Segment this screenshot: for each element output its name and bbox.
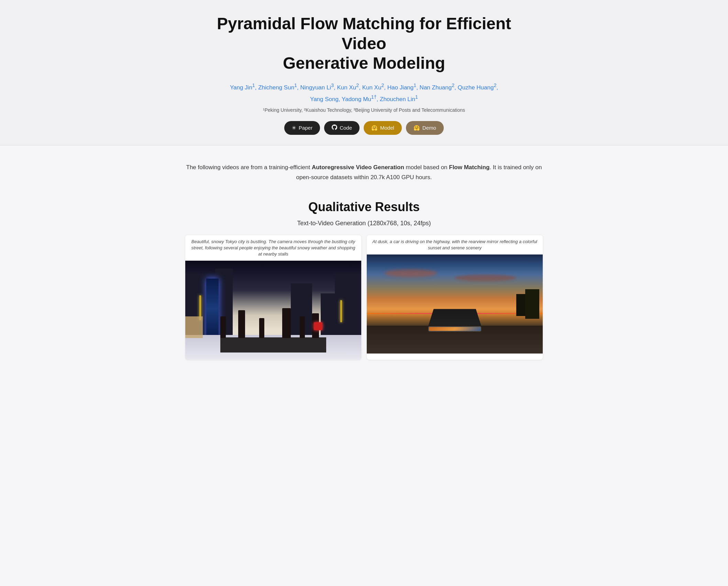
section-title-qualitative: Qualitative Results (185, 200, 543, 214)
person-4 (282, 308, 291, 338)
video-caption-tokyo: Beautiful, snowy Tokyo city is bustling.… (185, 235, 361, 261)
person-2 (238, 310, 245, 338)
code-button[interactable]: Code (324, 121, 360, 135)
title-line2: Generative Modeling (283, 54, 445, 72)
author-yang-jin: Yang Jin1, (230, 84, 258, 91)
highway-scene (367, 254, 543, 354)
trees-right (525, 289, 539, 319)
author-yadong-mu: Yadong Mu1†, (342, 96, 380, 102)
highway-video-placeholder[interactable] (367, 254, 543, 354)
author-quzhe-huang: Quzhe Huang2, (458, 84, 498, 91)
author-hao-jiang: Hao Jiang1, (387, 84, 420, 91)
page-title: Pyramidal Flow Matching for Efficient Vi… (209, 14, 519, 73)
person-3 (259, 318, 264, 338)
paper-button[interactable]: ✳ Paper (284, 121, 320, 135)
video-caption-highway: At dusk, a car is driving on the highway… (367, 235, 543, 254)
subsection-title-t2v: Text-to-Video Generation (1280x768, 10s,… (185, 220, 543, 227)
cloud-1 (384, 269, 437, 277)
person-1 (220, 316, 225, 338)
author-yang-song: Yang Song, (310, 96, 342, 102)
trees-right-2 (516, 294, 525, 316)
affiliations: ¹Peking University, ²Kuaishou Technology… (7, 107, 721, 113)
rearview-mirror (428, 326, 481, 332)
video-card-highway: At dusk, a car is driving on the highway… (367, 235, 543, 360)
video-grid: Beautiful, snowy Tokyo city is bustling.… (185, 235, 543, 360)
title-line1: Pyramidal Flow Matching for Efficient Vi… (217, 14, 511, 53)
street-light-2 (340, 300, 342, 322)
model-label: Model (380, 125, 394, 131)
intro-paragraph: The following videos are from a training… (185, 163, 543, 183)
intro-bold1: Autoregressive Video Generation (312, 164, 404, 171)
cloud-2 (455, 274, 516, 281)
intro-text-middle: model based on (404, 164, 449, 171)
red-neon-sign (314, 322, 323, 330)
intro-bold2: Flow Matching (449, 164, 489, 171)
storefront-left (185, 316, 203, 338)
tokyo-scene (185, 261, 361, 360)
building-5 (335, 274, 361, 338)
paper-icon: ✳ (292, 125, 296, 131)
affiliations-text: ¹Peking University, ²Kuaishou Technology… (263, 107, 465, 113)
tokyo-video-placeholder[interactable] (185, 261, 361, 360)
snow-ground (185, 335, 361, 360)
highway-caption-text: At dusk, a car is driving on the highway… (372, 239, 537, 250)
demo-button[interactable]: 🤗 Demo (406, 121, 444, 135)
author-zhicheng-sun: Zhicheng Sun1, (258, 84, 300, 91)
paper-label: Paper (299, 125, 312, 131)
model-icon: 🤗 (371, 125, 378, 131)
person-5 (300, 316, 305, 338)
header-section: Pyramidal Flow Matching for Efficient Vi… (0, 0, 728, 145)
main-content: The following videos are from a training… (175, 145, 553, 370)
author-ningyuan-li: Ningyuan Li3, (300, 84, 337, 91)
author-zhouchen-lin: Zhouchen Lin1 (380, 96, 418, 102)
author-kun-xu-2: Kun Xu2, (362, 84, 387, 91)
tokyo-caption-text: Beautiful, snowy Tokyo city is bustling.… (191, 239, 355, 257)
authors-list: Yang Jin1, Zhicheng Sun1, Ningyuan Li3, … (216, 82, 512, 105)
demo-icon: 🤗 (413, 125, 420, 131)
neon-building (206, 279, 219, 338)
model-button[interactable]: 🤗 Model (364, 121, 402, 135)
road (220, 337, 326, 352)
video-card-tokyo: Beautiful, snowy Tokyo city is bustling.… (185, 235, 361, 360)
demo-label: Demo (422, 125, 436, 131)
code-label: Code (340, 125, 352, 131)
action-buttons: ✳ Paper Code 🤗 Model 🤗 Demo (7, 121, 721, 135)
building-6 (321, 293, 338, 338)
code-icon (332, 124, 337, 131)
author-kun-xu-1: Kun Xu2, (337, 84, 362, 91)
dashboard (367, 326, 543, 354)
intro-text-before: The following videos are from a training… (186, 164, 312, 171)
author-nan-zhuang: Nan Zhuang2, (420, 84, 458, 91)
